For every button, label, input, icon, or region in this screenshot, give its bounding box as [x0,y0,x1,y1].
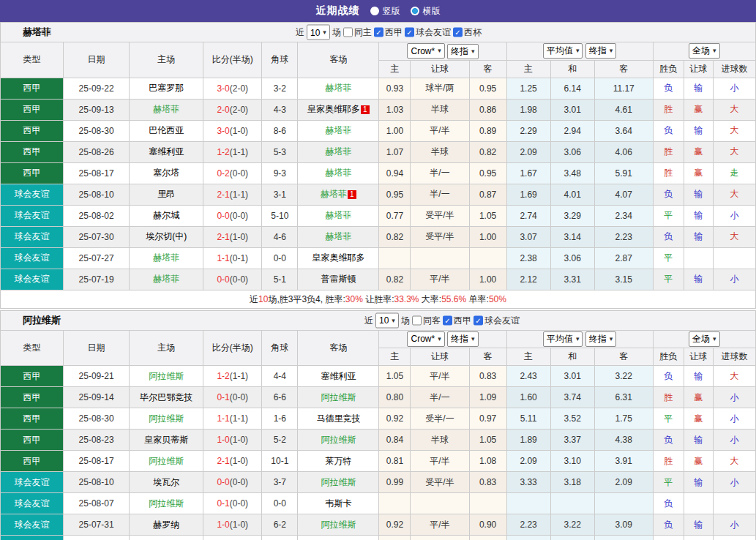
away-team-name[interactable]: 阿拉维斯 [321,477,356,487]
league-filter-checkbox[interactable]: ✓西甲 [443,314,471,326]
avg-home-cell: 2.38 [506,247,550,269]
league-filter-checkbox[interactable]: ✓球会友谊 [474,314,520,326]
avg-away-cell: 1.80 [594,536,653,540]
corners-cell: 4-4 [262,366,298,387]
column-header: 客场 [298,42,379,78]
away-team-name[interactable]: 普雷斯顿 [321,274,356,284]
away-team-name[interactable]: 赫塔菲 [325,125,351,135]
avg-source-select[interactable]: 平均值▾ [543,331,583,347]
checkbox-unchecked-icon [343,28,353,37]
home-team-name[interactable]: 埃瓦尔 [153,477,179,487]
league-filter-checkbox[interactable]: ✓球会友谊 [405,26,451,39]
away-team-name[interactable]: 马德里竞技 [316,413,360,424]
goals-result-cell: 小 [713,387,755,408]
date-cell: 25-07-27 [64,247,130,269]
odds-stage-select[interactable]: 终指▾ [447,44,479,59]
avg-stage-select[interactable]: 终指▾ [585,331,617,347]
home-team-name[interactable]: 阿拉维斯 [149,498,184,509]
odds-away-cell: 0.97 [469,408,506,430]
home-team-name[interactable]: 巴塞罗那 [149,83,184,93]
layout-radio-horizontal[interactable]: 横版 [411,5,441,18]
odds-provider-select[interactable]: Crow*▾ [407,331,444,347]
home-team-name[interactable]: 赫罗纳 [153,520,179,530]
odds-stage-select[interactable]: 终指▾ [447,331,479,347]
scope-select[interactable]: 全场▾ [689,331,720,347]
avg-home-cell: 3.33 [506,472,550,493]
home-team-cell: 赫塔菲 [130,247,203,269]
goals-result-cell: 走 [713,162,755,184]
away-team-name[interactable]: 赫塔菲 [325,146,351,157]
recent-count-select[interactable]: 10▾ [307,25,330,40]
odds-away-cell: 1.00 [469,269,506,290]
home-team-name[interactable]: 阿拉维斯 [149,413,184,424]
home-team-name[interactable]: 阿拉维斯 [149,371,184,381]
home-team-name[interactable]: 巴伦西亚 [149,125,184,135]
avg-source-select[interactable]: 平均值▾ [543,43,583,59]
home-team-name[interactable]: 埃尔切(中) [146,231,187,241]
home-team-name[interactable]: 赫塔菲 [153,252,179,263]
home-team-name[interactable]: 塞尔塔 [153,168,179,178]
away-team-name[interactable]: 赫塔菲 [325,210,351,220]
red-card-badge: 1 [348,190,356,199]
section-header-bar: 阿拉维斯 近 10▾ 场 同客 ✓西甲✓球会友谊 [0,310,756,330]
column-subheader: 客 [594,60,653,78]
corners-cell: 0-0 [262,247,298,269]
home-team-name[interactable]: 塞维利亚 [149,146,184,157]
away-team-cell: 韦斯卡 [298,493,379,514]
date-cell: 25-08-07 [64,493,130,514]
home-team-name[interactable]: 毕尔巴鄂竞技 [140,392,192,402]
avg-draw-cell: 3.22 [550,514,594,536]
away-team-name[interactable]: 莱万特 [325,456,351,466]
table-row: 西甲 25-08-30 阿拉维斯 1-1(1-1) 1-6 马德里竞技 0.92… [1,408,756,430]
odds-provider-select[interactable]: Crow*▾ [407,43,444,59]
away-team-name[interactable]: 韦斯卡 [325,498,351,509]
column-subheader: 让球 [411,348,469,366]
home-team-name[interactable]: 赫塔菲 [153,104,179,114]
red-card-badge: 1 [361,105,370,114]
avg-away-cell [594,493,653,514]
avg-stage-select[interactable]: 终指▾ [585,43,617,59]
away-team-name[interactable]: 皇家奥维耶多 [307,104,360,114]
recent-count-select[interactable]: 10▾ [375,312,399,328]
corners-cell: 3-1 [262,184,298,205]
away-team-name[interactable]: 赫塔菲 [321,189,347,199]
home-team-name[interactable]: 里昂 [157,189,175,199]
away-team-name[interactable]: 塞维利亚 [321,371,356,381]
home-team-name[interactable]: 阿拉维斯 [149,456,184,466]
odds-away-cell: 0.82 [469,141,506,162]
summary-segment: 50% [489,294,506,304]
league-filter-checkbox[interactable]: ✓西杯 [453,26,482,39]
column-subheader: 胜负 [653,60,684,78]
away-team-name[interactable]: 赫塔菲 [325,231,351,241]
away-team-name[interactable]: 阿拉维斯 [321,392,356,402]
handicap-result-cell: 赢 [684,536,713,540]
handicap-result-cell: 输 [684,366,713,387]
away-team-name[interactable]: 皇家奥维耶多 [312,252,364,263]
corners-cell: 0-0 [262,493,298,514]
table-row: 球会友谊 25-07-30 埃尔切(中) 2-1(1-0) 4-6 赫塔菲 0.… [1,226,756,247]
away-team-name[interactable]: 赫塔菲 [325,168,351,178]
same-venue-checkbox[interactable]: 同主 [343,26,372,39]
away-team-cell: 赫塔菲 [298,78,379,99]
layout-radio-vertical[interactable]: 竖版 [370,5,400,18]
home-team-name[interactable]: 皇家贝蒂斯 [144,435,188,445]
avg-away-cell: 11.17 [594,78,653,99]
away-team-name[interactable]: 阿拉维斯 [321,520,356,530]
away-team-name[interactable]: 阿拉维斯 [321,435,356,445]
league-filter-checkbox[interactable]: ✓西甲 [374,26,403,39]
corners-cell: 6-6 [262,387,298,408]
home-team-name[interactable]: 赫尔城 [153,210,179,220]
away-team-name[interactable]: 赫塔菲 [325,83,351,93]
home-team-name[interactable]: 赫塔菲 [153,274,179,284]
same-venue-checkbox[interactable]: 同客 [412,314,441,326]
away-team-cell: 阿拉维斯 [298,472,379,493]
home-team-cell: 塞维利亚 [130,141,203,162]
avg-home-cell: 1.98 [506,99,550,120]
column-header: 类型 [1,330,64,366]
scope-select[interactable]: 全场▾ [689,43,720,59]
goals-result-cell: 小 [713,205,755,226]
match-type-cell: 球会友谊 [1,247,64,269]
handicap-result-cell: 输 [684,205,713,226]
match-type-cell: 西甲 [1,120,64,141]
corners-cell: 4-6 [262,226,298,247]
